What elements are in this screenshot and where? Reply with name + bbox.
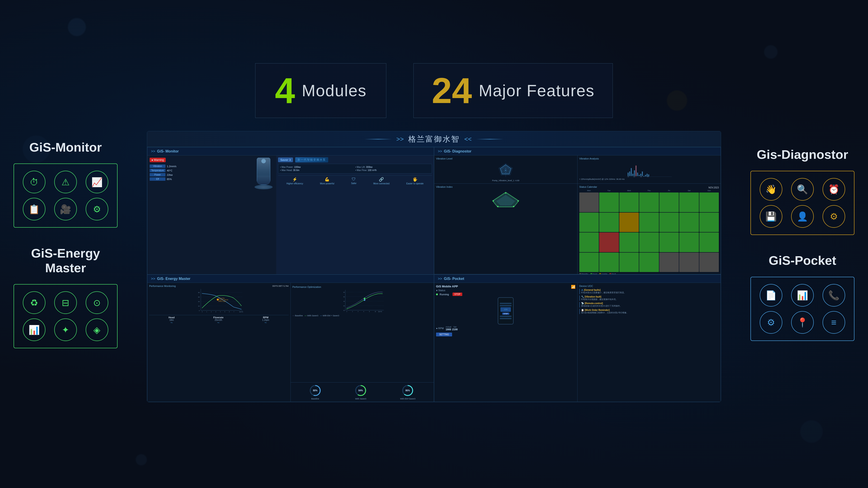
feature-power: 💪 More powerful bbox=[320, 177, 334, 185]
stat-value-eff: 85% bbox=[167, 178, 172, 181]
monitor-icon-box: ⏱ ⚠ 📈 📋 🎥 ⚙ bbox=[13, 164, 118, 228]
svg-text:0: 0 bbox=[199, 310, 200, 311]
pocket-icon-1: 📄 bbox=[760, 284, 782, 306]
svg-text:5: 5 bbox=[224, 311, 225, 313]
app-status-row: ● Status bbox=[436, 289, 576, 292]
svg-text:4: 4 bbox=[358, 311, 358, 312]
log-item-general: ⚠[General faults] 叶轮水泵出口流量偏小，建议检查泵管道打扰流。 bbox=[579, 289, 719, 294]
phone-line-3 bbox=[500, 316, 512, 317]
monitor-inner: ● Warning Vibration 1.2mm/s Temperature … bbox=[147, 156, 434, 274]
stat-rpm: RPM 1.2rpm 〜 bbox=[262, 316, 269, 324]
perf-monitoring-svg: 0 20 40 60 80 0 1 2 3 4 5 6 bbox=[149, 288, 289, 315]
cal-26 bbox=[659, 253, 679, 272]
phone-line-1 bbox=[500, 303, 512, 304]
perf-opt-title: Performance Optimization bbox=[292, 286, 321, 288]
log-item-general-title: ⚠[General faults] bbox=[581, 289, 719, 291]
diagnostor-title: Gis-Diagnostor bbox=[750, 147, 855, 162]
energy-icon-5: ✦ bbox=[54, 319, 77, 341]
phone-stop-btn[interactable]: STOP bbox=[502, 313, 509, 315]
vibration-index-svg bbox=[436, 190, 576, 207]
energy-section-title: GiS- Energy Master bbox=[157, 277, 191, 281]
log-item-vibration-title: 🔧[Vibration fault] bbox=[581, 295, 719, 298]
app-header: GiS Mobile APP 📶 bbox=[436, 285, 576, 289]
diagnostor-icon-box: 👋 🔍 ⏰ 💾 👤 ⚙ bbox=[750, 171, 855, 235]
log-item-remote: 📡[Remote-control] 移动设备A已成功对水泵XX进行了关闭操作。 bbox=[579, 302, 719, 307]
cal-13 bbox=[679, 213, 699, 232]
dashboard-wrapper: >> 格兰富御水智 << >> GiS- Monitor ● Warning bbox=[147, 131, 721, 402]
feature-operate: 🖐 Easier to operate bbox=[406, 177, 424, 185]
feature-icons: ⚡ Higher efficiency 💪 More powerful 🛡 Sa… bbox=[278, 175, 432, 185]
remote-control-icon: 📡 bbox=[581, 302, 584, 304]
svg-text:60: 60 bbox=[198, 296, 200, 298]
pocket-title: GiS-Pocket bbox=[750, 253, 855, 268]
cal-27 bbox=[679, 253, 699, 272]
diagnostor-icon-5: 👤 bbox=[791, 205, 814, 228]
svg-text:7: 7 bbox=[234, 311, 234, 313]
cal-14 bbox=[700, 213, 719, 232]
energy-section-header: >> GiS- Energy Master bbox=[147, 275, 434, 283]
feature-connect: 🔗 More connected bbox=[373, 177, 390, 185]
cal-6 bbox=[679, 193, 699, 212]
diagnostor-icon-grid: 👋 🔍 ⏰ 💾 👤 ⚙ bbox=[758, 178, 847, 228]
status-dot bbox=[436, 293, 438, 295]
svg-rect-17 bbox=[640, 174, 641, 176]
safe-icon: 🛡 bbox=[351, 177, 356, 182]
monitor-section: >> GiS- Monitor ● Warning Vibration 1.2m… bbox=[147, 147, 434, 274]
cal-28 bbox=[700, 253, 719, 272]
perf-monitoring-header: Performance Monitoring DDTS DET: 5,764 bbox=[149, 285, 289, 287]
log-item-workorder-title: 📋[Work Order Reminder] bbox=[581, 309, 719, 311]
rpm-set-container: Set 2100 bbox=[452, 326, 458, 331]
stat-label-power: Power bbox=[150, 173, 165, 176]
svg-rect-9 bbox=[627, 173, 628, 176]
vibration-level-panel: Vibration Level bbox=[434, 156, 578, 184]
log-title: Device UOC bbox=[579, 285, 719, 287]
stat-flowrate: Flowrate 25m3/h 〜 bbox=[213, 316, 223, 324]
svg-text:40: 40 bbox=[343, 301, 345, 302]
features-label: Major Features bbox=[479, 81, 594, 100]
pocket-section: >> GiS- Pocket GiS Mobile APP 📶 ● Status bbox=[434, 274, 721, 402]
log-item-vibration: 🔧[Vibration fault] 叶轮有片出现损损，建议更换叶轮外壳。 bbox=[579, 295, 719, 301]
phone-display-text: 1234 bbox=[504, 308, 507, 310]
svg-rect-23 bbox=[636, 165, 636, 176]
svg-text:80: 80 bbox=[198, 292, 200, 293]
vibration-index-panel: Vibration Index bbox=[434, 184, 578, 274]
specs-container: • Max Power: 100kw • Max Lift: 300kw • M… bbox=[278, 164, 432, 173]
log-item-remote-title: 📡[Remote-control] bbox=[581, 302, 719, 304]
pump-base bbox=[254, 185, 273, 189]
general-fault-icon: ⚠ bbox=[581, 289, 583, 291]
dashboard-grid: >> GiS- Monitor ● Warning Vibration 1.2m… bbox=[147, 147, 721, 402]
stat-label-vibration: Vibration bbox=[150, 164, 165, 168]
circle-saver3-svg: 84% bbox=[354, 384, 367, 397]
diagnostor-icon-6: ⚙ bbox=[823, 205, 845, 228]
cal-2 bbox=[599, 193, 619, 212]
log-item-remote-text: 移动设备A已成功对水泵XX进行了关闭操作。 bbox=[581, 304, 719, 307]
circle-baseline: 80% Baseline bbox=[309, 384, 321, 400]
cal-20 bbox=[679, 232, 699, 252]
stop-button[interactable]: STOP bbox=[453, 293, 462, 296]
svg-rect-11 bbox=[631, 168, 631, 176]
app-title: GiS Mobile APP bbox=[436, 285, 458, 288]
cal-4 bbox=[639, 193, 659, 212]
cal-16 bbox=[599, 232, 619, 252]
energy-icon-1: ♻ bbox=[23, 291, 45, 314]
svg-text:6: 6 bbox=[229, 311, 230, 313]
cal-24 bbox=[619, 253, 639, 272]
cal-17 bbox=[619, 232, 639, 252]
phone-display-area: 1234 bbox=[500, 307, 511, 312]
svg-text:2: 2 bbox=[211, 311, 212, 313]
energy-icon-grid: ♻ ⊟ ⊙ 📊 ✦ ◈ bbox=[21, 291, 110, 341]
dashboard-title: 格兰富御水智 bbox=[408, 134, 460, 144]
setting-btn-container: SETTING bbox=[436, 332, 576, 336]
setting-button[interactable]: SETTING bbox=[436, 332, 452, 336]
monitor-left-panel: ● Warning Vibration 1.2mm/s Temperature … bbox=[147, 156, 276, 274]
stat-rpm-icon: 〜 bbox=[262, 321, 269, 324]
svg-rect-18 bbox=[642, 171, 643, 176]
rpm-actual-container: Actual 1900 bbox=[445, 326, 451, 331]
log-item-general-text: 叶轮水泵出口流量偏小，建议检查泵管道打扰流。 bbox=[581, 291, 719, 294]
stat-head: Head 18m 〜 bbox=[168, 316, 175, 324]
svg-text:1: 1 bbox=[206, 311, 207, 313]
spec-3: • Max Head: 30.6m bbox=[280, 169, 355, 171]
legend-em-saver3: — With EM + Saver3 bbox=[320, 315, 339, 317]
vibration-level-title: Vibration Level bbox=[436, 157, 576, 160]
calendar-title: Status Calendar bbox=[579, 186, 597, 188]
